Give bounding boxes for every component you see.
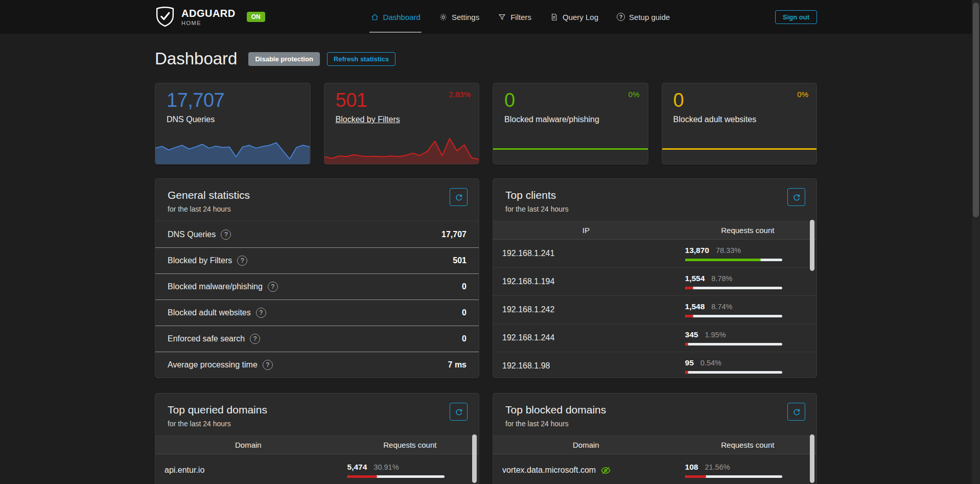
stat-card-blocked-malware: 0 Blocked malware/phishing 0%: [493, 83, 648, 165]
request-count: 13,870: [685, 246, 709, 255]
refresh-statistics-button[interactable]: Refresh statistics: [327, 52, 395, 66]
page-scrollbar[interactable]: [972, 0, 980, 484]
stat-row-label: Average processing time?: [168, 360, 273, 370]
blocked-by-filters-link[interactable]: Blocked by Filters: [336, 115, 400, 124]
top-queried-domains-panel: Top queried domains for the last 24 hour…: [155, 393, 479, 484]
table-row: 192.168.1.194 1,5548.78%: [493, 268, 816, 296]
progress-bar-fill: [685, 343, 688, 345]
refresh-icon: [792, 408, 801, 416]
label-text: Blocked malware/phishing: [168, 282, 263, 291]
refresh-panel-button[interactable]: [450, 188, 468, 206]
panel-scrollbar[interactable]: [810, 220, 814, 271]
stat-label: Blocked by Filters: [336, 115, 400, 124]
requests-cell: 950.54%: [680, 358, 816, 374]
panel-subtitle: for the last 24 hours: [168, 420, 466, 428]
help-icon[interactable]: ?: [263, 360, 273, 370]
general-statistics-panel: General statistics for the last 24 hours…: [155, 178, 479, 378]
title-row: Dashboard Disable protection Refresh sta…: [155, 49, 817, 68]
request-count: 95: [685, 358, 694, 367]
nav-item-query-log[interactable]: Query Log: [550, 0, 598, 34]
top-queried-rows: api.entur.io 5,47430.91%: [155, 454, 479, 484]
help-icon[interactable]: ?: [221, 229, 231, 240]
refresh-panel-button[interactable]: [450, 403, 468, 421]
stat-row-label: DNS Queries?: [168, 229, 231, 240]
column-header-domain: Domain: [155, 441, 341, 449]
progress-bar: [685, 315, 782, 317]
panels-row-2: Top queried domains for the last 24 hour…: [155, 393, 817, 484]
stat-row: Blocked adult websites? 0: [155, 299, 479, 326]
panel-header: Top queried domains for the last 24 hour…: [155, 394, 479, 436]
label-text: Average processing time: [168, 360, 258, 370]
nav-label: Dashboard: [383, 13, 421, 21]
domain-name: api.entur.io: [155, 466, 342, 475]
request-percent: 30.91%: [374, 463, 399, 471]
nav-label: Query Log: [563, 13, 598, 21]
table-row: 192.168.1.241 13,87078.33%: [493, 240, 816, 268]
nav-item-dashboard[interactable]: Dashboard: [370, 0, 421, 34]
column-header-ip: IP: [493, 226, 679, 235]
progress-bar: [347, 475, 445, 478]
question-circle-icon: ?: [617, 13, 625, 21]
top-blocked-rows: vortex.data.microsoft.com 10821.56%: [493, 454, 816, 484]
request-percent: 78.33%: [716, 246, 741, 255]
request-count: 1,548: [685, 302, 705, 311]
domain-name: vortex.data.microsoft.com: [493, 465, 680, 476]
panel-scrollbar[interactable]: [472, 434, 477, 483]
progress-bar-fill: [685, 315, 694, 317]
nav-item-filters[interactable]: Filters: [498, 0, 531, 34]
progress-bar-fill: [685, 475, 706, 478]
help-icon[interactable]: ?: [237, 256, 247, 266]
request-percent: 8.74%: [711, 303, 732, 311]
page-scrollbar-thumb[interactable]: [973, 3, 979, 217]
panel-subtitle: for the last 24 hours: [505, 205, 804, 213]
app-header: ADGUARD HOME ON Dashboard Settings Filte…: [0, 0, 980, 34]
stat-row-label: Enforced safe search?: [168, 334, 260, 344]
progress-bar-fill: [685, 287, 694, 289]
gear-icon: [439, 13, 448, 21]
refresh-panel-button[interactable]: [787, 188, 805, 206]
request-count: 5,474: [347, 463, 367, 472]
help-icon[interactable]: ?: [250, 334, 260, 344]
document-icon: [550, 13, 558, 21]
table-header: Domain Requests count: [493, 436, 816, 454]
nav-item-settings[interactable]: Settings: [439, 0, 479, 34]
requests-cell: 13,87078.33%: [680, 246, 816, 261]
stat-row-value: 0: [462, 334, 466, 343]
stat-value: 501: [336, 89, 367, 111]
stat-row: Blocked malware/phishing? 0: [155, 273, 479, 299]
progress-bar-fill: [347, 475, 378, 478]
nav-item-setup-guide[interactable]: ? Setup guide: [617, 0, 670, 34]
label-text: Blocked adult websites: [168, 308, 251, 317]
top-clients-panel: Top clients for the last 24 hours IP Req…: [493, 178, 817, 378]
request-percent: 1.95%: [705, 331, 726, 339]
eye-slash-icon: [600, 465, 611, 476]
main-nav: Dashboard Settings Filters Query Log ? S…: [370, 0, 670, 34]
request-percent: 21.56%: [705, 463, 730, 471]
stat-value: 0: [673, 89, 684, 111]
panel-header: Top blocked domains for the last 24 hour…: [493, 394, 816, 436]
help-icon[interactable]: ?: [268, 282, 278, 292]
client-ip: 192.168.1.241: [493, 249, 680, 258]
request-count: 108: [685, 463, 698, 472]
stat-percent: 0%: [628, 90, 640, 99]
refresh-icon: [455, 193, 463, 201]
help-icon[interactable]: ?: [256, 308, 266, 318]
panel-title: Top clients: [505, 189, 804, 201]
dns-queries-sparkline: [155, 135, 310, 164]
requests-cell: 1,5548.78%: [680, 274, 816, 289]
stat-label: DNS Queries: [167, 115, 215, 124]
table-row: api.entur.io 5,47430.91%: [155, 454, 479, 484]
stat-row: Average processing time? 7 ms: [155, 352, 479, 378]
table-row: 192.168.1.244 3451.95%: [493, 324, 816, 352]
label-text: DNS Queries: [168, 230, 216, 239]
panel-header: Top clients for the last 24 hours: [493, 179, 816, 221]
panel-scrollbar[interactable]: [810, 434, 814, 483]
stat-card-dns-queries: 17,707 DNS Queries: [155, 83, 311, 165]
client-ip: 192.168.1.194: [493, 277, 680, 286]
progress-bar-fill: [685, 259, 761, 261]
stat-label: Blocked malware/phishing: [504, 115, 599, 124]
disable-protection-button[interactable]: Disable protection: [248, 52, 319, 66]
refresh-panel-button[interactable]: [787, 403, 805, 421]
requests-cell: 10821.56%: [680, 463, 816, 478]
sign-out-button[interactable]: Sign out: [775, 10, 817, 24]
